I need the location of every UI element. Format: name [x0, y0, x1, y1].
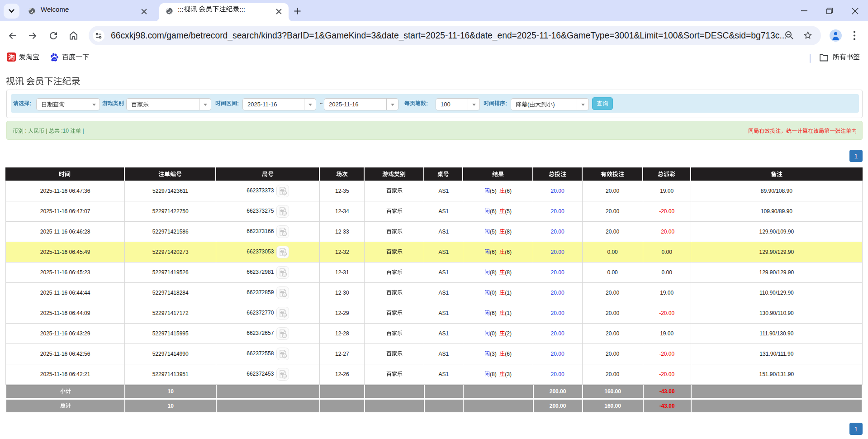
svg-text:du: du — [53, 58, 56, 61]
